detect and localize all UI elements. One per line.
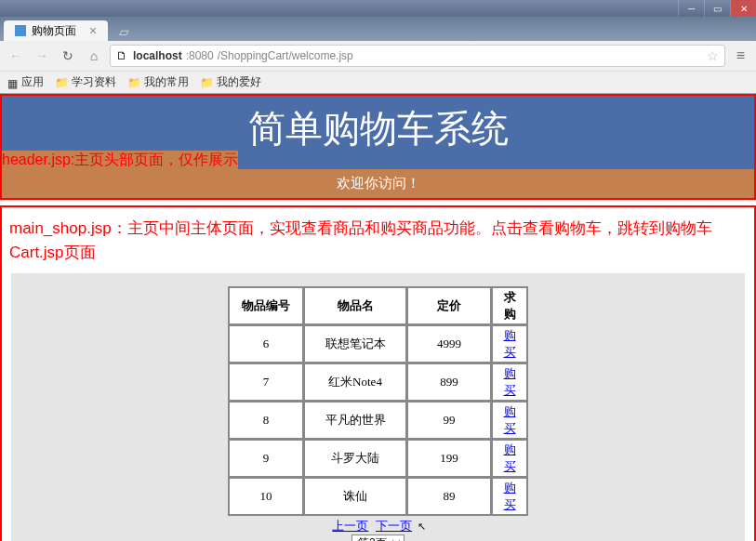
col-header-id: 物品编号 — [229, 287, 303, 324]
window-minimize-button[interactable]: ─ — [678, 0, 704, 17]
next-page-link[interactable]: 下一页 — [376, 519, 412, 533]
bookmarks-bar: ▦ 应用 📁 学习资料 📁 我的常用 📁 我的爱好 — [0, 71, 756, 93]
url-host: localhost — [133, 49, 182, 62]
col-header-price: 定价 — [407, 287, 491, 324]
cell-name: 斗罗大陆 — [304, 440, 406, 477]
url-input[interactable]: 🗋 localhost:8080/ShoppingCart/welcome.js… — [110, 45, 725, 67]
cell-id: 8 — [229, 402, 303, 439]
url-port: :8080 — [186, 49, 214, 62]
browser-tab[interactable]: 购物页面 × — [4, 20, 108, 41]
bookmark-star-icon[interactable]: ☆ — [707, 48, 719, 63]
cell-buy: 购买 — [492, 325, 527, 363]
cell-price: 89 — [407, 478, 491, 515]
cell-id: 10 — [229, 478, 303, 515]
page-icon: 🗋 — [116, 49, 129, 62]
main-annotation: main_shop.jsp：主页中间主体页面，实现查看商品和购买商品功能。点击查… — [2, 207, 754, 273]
product-table: 物品编号 物品名 定价 求购 6联想笔记本4999购买7红米Note4899购买… — [228, 286, 528, 516]
pager: 上一页 下一页 ↖ 第2页 — [11, 518, 745, 541]
folder-icon: 📁 — [127, 76, 141, 89]
cell-name: 平凡的世界 — [304, 402, 406, 439]
buy-link[interactable]: 购买 — [504, 328, 516, 359]
address-bar: ← → ↻ ⌂ 🗋 localhost:8080/ShoppingCart/we… — [0, 41, 756, 71]
browser-menu-button[interactable]: ≡ — [731, 47, 750, 64]
col-header-buy: 求购 — [492, 287, 527, 324]
window-close-button[interactable]: ✕ — [730, 0, 756, 17]
table-header-row: 物品编号 物品名 定价 求购 — [229, 287, 527, 324]
browser-chrome-container: ─ ▭ ✕ 购物页面 × ▱ ← → ↻ ⌂ 🗋 localhost:8080/… — [0, 0, 756, 94]
buy-link[interactable]: 购买 — [504, 481, 516, 511]
tab-title: 购物页面 — [32, 23, 76, 39]
cell-buy: 购买 — [492, 478, 527, 515]
welcome-text: 欢迎你访问！ — [2, 169, 754, 198]
tab-favicon-icon — [15, 25, 26, 36]
table-row: 7红米Note4899购买 — [229, 363, 527, 401]
cursor-icon: ↖ — [418, 521, 426, 532]
buy-link[interactable]: 购买 — [504, 442, 516, 473]
window-controls: ─ ▭ ✕ — [0, 0, 756, 17]
cell-name: 诛仙 — [304, 478, 406, 515]
tab-bar: 购物页面 × ▱ — [0, 17, 756, 41]
back-button[interactable]: ← — [6, 46, 26, 66]
cell-price: 199 — [407, 440, 491, 477]
bookmark-apps[interactable]: ▦ 应用 — [7, 74, 44, 90]
folder-icon: 📁 — [55, 76, 69, 89]
folder-icon: 📁 — [200, 76, 214, 89]
main-shop-section: main_shop.jsp：主页中间主体页面，实现查看商品和购买商品功能。点击查… — [0, 205, 756, 541]
cell-buy: 购买 — [492, 363, 527, 401]
cell-id: 9 — [229, 440, 303, 477]
bookmark-mycommon[interactable]: 📁 我的常用 — [127, 74, 189, 90]
cell-price: 4999 — [407, 325, 491, 363]
url-path: /ShoppingCart/welcome.jsp — [218, 49, 353, 62]
cell-price: 899 — [407, 363, 491, 401]
forward-button[interactable]: → — [32, 46, 52, 66]
bookmark-study[interactable]: 📁 学习资料 — [55, 74, 116, 90]
cell-price: 99 — [407, 402, 491, 439]
cell-name: 红米Note4 — [304, 363, 406, 401]
apps-icon: ▦ — [7, 77, 19, 88]
tab-close-icon[interactable]: × — [89, 23, 97, 38]
table-row: 9斗罗大陆199购买 — [229, 440, 527, 477]
cell-buy: 购买 — [492, 440, 527, 477]
table-row: 10诛仙89购买 — [229, 478, 527, 515]
col-header-name: 物品名 — [304, 287, 406, 324]
home-button[interactable]: ⌂ — [84, 46, 104, 66]
page-body: 简单购物车系统 header.jsp:主页头部页面，仅作展示 欢迎你访问！ ma… — [0, 94, 756, 541]
table-row: 6联想笔记本4999购买 — [229, 325, 527, 363]
shop-area: 物品编号 物品名 定价 求购 6联想笔记本4999购买7红米Note4899购买… — [11, 273, 745, 541]
cell-buy: 购买 — [492, 402, 527, 439]
buy-link[interactable]: 购买 — [504, 366, 516, 397]
window-maximize-button[interactable]: ▭ — [704, 0, 730, 17]
header-annotation: header.jsp:主页头部页面，仅作展示 — [2, 151, 238, 170]
table-row: 8平凡的世界99购买 — [229, 402, 527, 439]
prev-page-link[interactable]: 上一页 — [332, 519, 368, 533]
header-section: 简单购物车系统 header.jsp:主页头部页面，仅作展示 欢迎你访问！ — [0, 94, 756, 200]
bookmark-myhobby[interactable]: 📁 我的爱好 — [200, 74, 261, 90]
cell-name: 联想笔记本 — [304, 325, 406, 363]
buy-link[interactable]: 购买 — [504, 404, 516, 435]
cell-id: 7 — [229, 363, 303, 401]
cell-id: 6 — [229, 325, 303, 363]
new-tab-button[interactable]: ▱ — [113, 22, 135, 41]
reload-button[interactable]: ↻ — [58, 46, 78, 66]
page-select[interactable]: 第2页 — [351, 534, 405, 541]
